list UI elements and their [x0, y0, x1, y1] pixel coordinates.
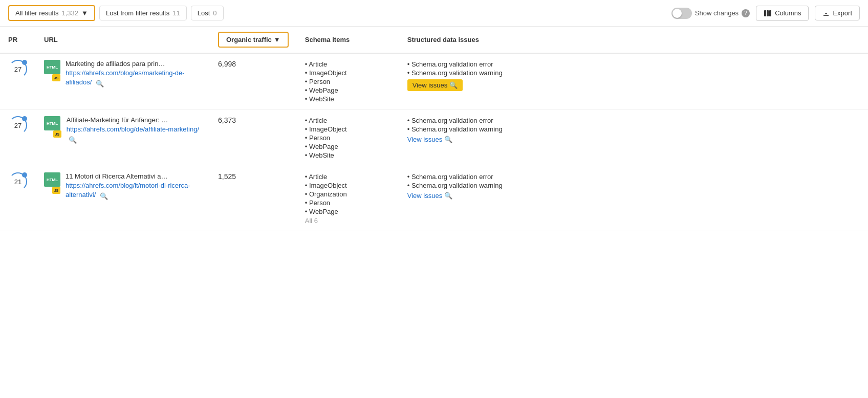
schema-item: ImageObject	[305, 69, 391, 77]
export-icon	[822, 10, 830, 17]
pr-cell: 27	[0, 110, 36, 166]
search-url-icon[interactable]: 🔍	[96, 79, 103, 86]
data-table-container: PR URL Organic traffic ▼ Schema items St…	[0, 27, 868, 231]
view-issues-label: View issues	[407, 192, 442, 200]
schema-item: WebSite	[305, 95, 391, 103]
view-issues-label: View issues	[413, 81, 447, 89]
html-badge: HTML	[44, 60, 60, 74]
col-header-issues: Structured data issues	[399, 27, 868, 53]
js-badge: JS	[52, 74, 60, 81]
url-cell: HTML JS Affiliate-Marketing für Anfänger…	[36, 110, 210, 166]
filter-lost-label: Lost from filter results	[106, 9, 169, 17]
filter-lost2-label: Lost	[198, 9, 210, 17]
svg-rect-2	[769, 10, 771, 16]
page-title: Marketing de afiliados para prin…	[66, 60, 202, 68]
schema-item: WebSite	[305, 151, 391, 160]
pr-badge: 27	[9, 116, 27, 135]
issue-item: Schema.org validation error	[407, 60, 860, 69]
show-changes-container: Show changes ?	[671, 8, 750, 19]
table-body: 27 HTML JS Marketing de afiliados para p…	[0, 53, 868, 231]
file-icon: HTML JS	[44, 172, 60, 194]
svg-rect-0	[764, 10, 766, 16]
traffic-cell: 1,525	[210, 166, 297, 231]
table-row: 21 HTML JS 11 Motori di Ricerca Alternat…	[0, 166, 868, 231]
pr-value: 27	[14, 122, 21, 129]
traffic-cell: 6,998	[210, 53, 297, 110]
view-issues-label: View issues	[407, 136, 442, 143]
search-url-icon[interactable]: 🔍	[69, 136, 76, 143]
view-issues-link[interactable]: View issues 🔍	[407, 136, 452, 143]
file-icon: HTML JS	[44, 60, 60, 81]
columns-icon	[764, 9, 772, 17]
filter-all-label: All filter results	[15, 9, 59, 17]
page-url-link[interactable]: https://ahrefs.com/blog/es/marketing-de-…	[66, 69, 202, 87]
schema-item: Article	[305, 60, 391, 69]
show-changes-text: Show changes	[695, 9, 739, 17]
schema-item: WebPage	[305, 207, 391, 216]
page-title: 11 Motori di Ricerca Alternativi a…	[66, 172, 202, 180]
pr-value: 21	[14, 178, 21, 186]
schema-item: ImageObject	[305, 125, 391, 134]
schema-item: WebPage	[305, 142, 391, 151]
pr-badge: 21	[9, 172, 27, 191]
traffic-value: 6,998	[218, 60, 236, 68]
columns-button[interactable]: Columns	[756, 6, 809, 21]
filter-lost-count: 11	[172, 9, 180, 17]
data-table: PR URL Organic traffic ▼ Schema items St…	[0, 27, 868, 231]
view-issues-link[interactable]: View issues 🔍	[407, 192, 452, 200]
schema-item: Organization	[305, 190, 391, 198]
chevron-down-icon: ▼	[81, 9, 88, 17]
issues-cell: Schema.org validation errorSchema.org va…	[399, 53, 868, 110]
schema-cell: ArticleImageObjectOrganizationPersonWebP…	[297, 166, 399, 231]
col-header-traffic: Organic traffic ▼	[210, 27, 297, 53]
organic-traffic-sort-button[interactable]: Organic traffic ▼	[218, 32, 289, 48]
html-badge: HTML	[44, 172, 60, 187]
pr-cell: 27	[0, 53, 36, 110]
pr-value: 27	[14, 65, 21, 73]
issue-item: Schema.org validation error	[407, 172, 860, 181]
schema-cell: ArticleImageObjectPersonWebPageWebSite	[297, 110, 399, 166]
schema-item: Article	[305, 172, 391, 181]
show-changes-toggle[interactable]	[671, 8, 692, 19]
toolbar: All filter results 1,332 ▼ Lost from fil…	[0, 0, 868, 27]
page-url-link[interactable]: https://ahrefs.com/blog/de/affiliate-mar…	[67, 125, 202, 143]
filter-lost-button[interactable]: Lost from filter results 11	[99, 6, 187, 20]
pr-badge: 27	[9, 60, 27, 78]
table-row: 27 HTML JS Affiliate-Marketing für Anfän…	[0, 110, 868, 166]
js-badge: JS	[52, 187, 60, 194]
issues-cell: Schema.org validation errorSchema.org va…	[399, 166, 868, 231]
schema-item: Person	[305, 198, 391, 207]
url-cell: HTML JS 11 Motori di Ricerca Alternativi…	[36, 166, 210, 231]
html-badge: HTML	[44, 116, 60, 130]
page-title: Affiliate-Marketing für Anfänger: …	[67, 116, 202, 124]
schema-cell: ArticleImageObjectPersonWebPageWebSite	[297, 53, 399, 110]
sort-arrow-icon: ▼	[274, 36, 280, 43]
filter-all-count: 1,332	[62, 9, 79, 17]
export-label: Export	[833, 9, 852, 17]
url-cell: HTML JS Marketing de afiliados para prin…	[36, 53, 210, 110]
traffic-value: 6,373	[218, 116, 236, 124]
columns-label: Columns	[775, 9, 801, 17]
export-button[interactable]: Export	[815, 6, 860, 20]
page-url-link[interactable]: https://ahrefs.com/blog/it/motori-di-ric…	[66, 181, 202, 200]
traffic-cell: 6,373	[210, 110, 297, 166]
filter-lost2-button[interactable]: Lost 0	[191, 6, 224, 20]
search-url-icon[interactable]: 🔍	[100, 192, 107, 199]
help-icon[interactable]: ?	[742, 9, 750, 17]
issues-cell: Schema.org validation errorSchema.org va…	[399, 110, 868, 166]
issue-item: Schema.org validation error	[407, 116, 860, 125]
filter-lost2-count: 0	[213, 9, 216, 17]
view-issues-button-highlighted[interactable]: View issues 🔍	[407, 79, 463, 91]
col-header-pr: PR	[0, 27, 36, 53]
schema-all-label: All 6	[305, 217, 391, 225]
view-issues-search-icon: 🔍	[444, 136, 452, 143]
schema-item: ImageObject	[305, 181, 391, 190]
schema-item: Person	[305, 134, 391, 142]
table-row: 27 HTML JS Marketing de afiliados para p…	[0, 53, 868, 110]
issue-item: Schema.org validation warning	[407, 181, 860, 190]
toggle-thumb	[672, 9, 682, 18]
col-header-schema: Schema items	[297, 27, 399, 53]
table-header-row: PR URL Organic traffic ▼ Schema items St…	[0, 27, 868, 53]
pr-cell: 21	[0, 166, 36, 231]
filter-all-button[interactable]: All filter results 1,332 ▼	[8, 5, 95, 21]
